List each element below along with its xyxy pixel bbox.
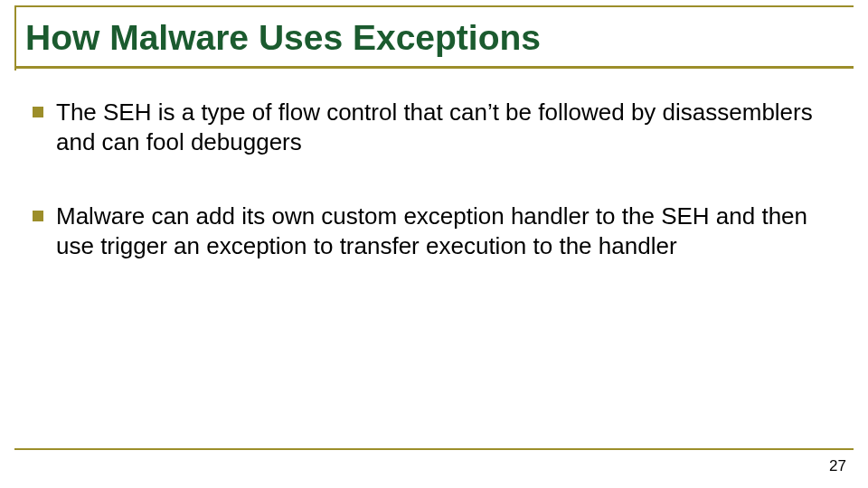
slide: How Malware Uses Exceptions The SEH is a… xyxy=(0,0,868,488)
bullet-text: The SEH is a type of flow control that c… xyxy=(56,98,835,158)
bullet-marker-icon xyxy=(33,211,43,221)
bullet-marker-icon xyxy=(33,107,43,117)
title-top-border xyxy=(14,5,854,7)
title-frame: How Malware Uses Exceptions xyxy=(14,5,854,69)
bullet-item: The SEH is a type of flow control that c… xyxy=(33,98,835,158)
slide-title: How Malware Uses Exceptions xyxy=(25,18,541,58)
page-number: 27 xyxy=(829,457,846,475)
bullet-text: Malware can add its own custom exception… xyxy=(56,202,835,262)
bullet-item: Malware can add its own custom exception… xyxy=(33,202,835,262)
title-left-border xyxy=(14,5,16,70)
title-underline xyxy=(14,66,854,69)
footer-rule xyxy=(14,448,854,450)
slide-body: The SEH is a type of flow control that c… xyxy=(33,98,835,305)
